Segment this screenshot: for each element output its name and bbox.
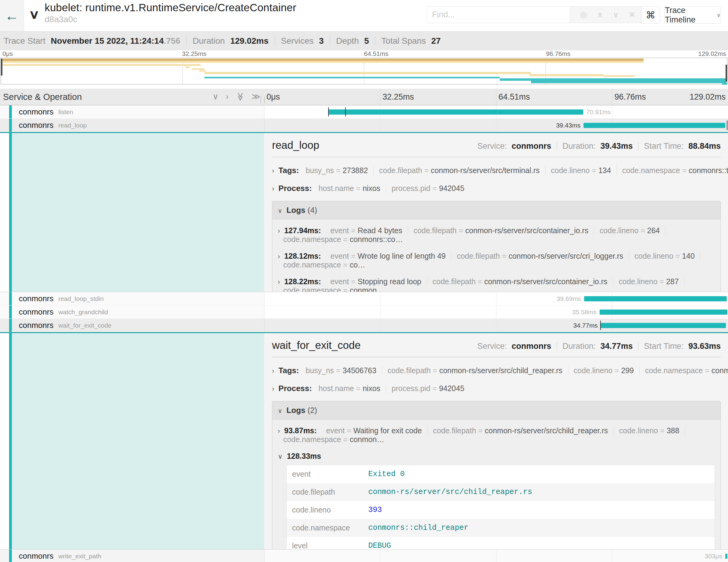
log-field-pill: code.filepath = conmon-rs/server/src/chi… [428,426,614,435]
next-match-icon[interactable]: ∨ [613,10,619,19]
timeline-tick-label: 96.76ms [614,92,646,102]
log-field-pill: event = Read 4 bytes [325,226,408,235]
span-row-listen[interactable]: conmonrslisten70.91ms [0,105,728,119]
chevron-right-icon: › [278,253,280,261]
column-resize-handle[interactable] [260,97,265,103]
span-timeline-cell[interactable]: 34.77ms [264,319,728,332]
span-duration-label: 39.43ms [556,122,581,129]
minimap-canvas[interactable] [1,58,727,84]
log-field-row: eventExited 0 [287,465,715,483]
meta-label: Duration: [563,141,598,151]
process-row[interactable]: ›Process:host.name = nixosprocess.pid = … [272,384,721,393]
view-selector-button[interactable]: Trace Timeline ∨ [665,6,721,24]
tag-pill: code.lineno = 299 [568,366,640,375]
span-row-watch_grandchild[interactable]: conmonrswatch_grandchild35.58ms [0,305,728,319]
span-detail-wait_for_exit_code: wait_for_exit_codeService: conmonrsDurat… [0,332,728,550]
span-duration-bar[interactable] [601,323,726,328]
collapse-all-icon[interactable]: ≫ [236,93,245,101]
trace-id: d8a3a0c [45,15,296,24]
span-name-cell[interactable]: conmonrslisten [0,105,264,118]
kv-key: host.name [318,184,354,192]
kv-key: event [330,226,349,235]
log-field-key: code.namespace [287,519,363,537]
process-label: Process: [278,384,312,393]
log-entry[interactable]: ›127.94ms: event = Read 4 bytescode.file… [272,220,720,245]
service-name: conmonrs [19,121,53,130]
span-duration-bar[interactable] [328,109,583,114]
kv-value: conmon… [350,435,384,444]
kv-value: 388 [667,426,679,435]
kv-key: code.namespace [622,166,680,175]
minimap-span-bar [722,83,727,85]
minimap-span-bar [1,61,644,63]
span-timeline-cell[interactable]: 39.69ms [264,292,728,305]
tag-pill: code.namespace = conmonrs::child_reap… [640,366,728,375]
kv-equals: = [422,166,431,175]
meta-value: 88.84ms [688,141,721,151]
process-row[interactable]: ›Process:host.name = nixosprocess.pid = … [272,184,721,193]
span-meta: Service: conmonrsDuration: 39.43msStart … [477,141,721,151]
process-pill: process.pid = 942045 [386,384,470,393]
log-entry[interactable]: ›128.22ms: event = Stopping read loopcod… [272,271,720,292]
minimap-left-scrubber[interactable] [1,59,2,76]
minimap-span-bar [500,78,727,81]
span-timeline-cell[interactable]: 39.43ms [264,119,728,132]
span-name: wait_for_exit_code [272,339,361,351]
log-entry[interactable]: ›128.12ms: event = Wrote log line of len… [272,245,720,271]
log-entry[interactable]: ∨128.33ms [272,445,720,462]
tags-row[interactable]: ›Tags:busy_ns = 34506763code.filepath = … [272,366,721,375]
kv-value: conmon… [350,286,384,292]
kv-equals: = [341,235,350,244]
kv-equals: = [673,252,682,260]
find-input[interactable] [427,6,570,23]
span-duration-bar[interactable] [600,309,727,315]
span-duration-bar[interactable] [583,123,725,128]
span-duration-bar[interactable] [584,296,727,301]
clear-find-icon[interactable]: ✕ [629,10,635,19]
span-boundary-tick [328,107,329,117]
meta-value: conmonrs [512,342,551,351]
span-name-cell[interactable]: conmonrsread_loop [0,119,264,132]
divider [557,142,557,151]
chevron-down-icon: ∨ [278,453,283,461]
keyboard-shortcuts-button[interactable]: ⌘ [641,6,660,24]
logs-header[interactable]: ∨Logs (2) [272,401,720,420]
span-name-cell[interactable]: conmonrswrite_exit_path [0,550,264,562]
expand-all-icon[interactable]: ≫ [252,92,260,101]
minimap-tick-label: 32.25ms [182,50,207,57]
summary-label: Services [281,36,316,46]
log-entry[interactable]: ›93.87ms: event = Waiting for exit codec… [272,420,720,445]
expand-one-icon[interactable]: › [226,92,229,101]
divider [272,157,721,157]
span-name-cell[interactable]: conmonrsread_loop_stdin [0,292,264,305]
span-timeline-cell[interactable]: 35.58ms [264,305,728,318]
span-row-wait_for_exit_code[interactable]: conmonrswait_for_exit_code34.77ms [0,319,728,332]
collapse-one-icon[interactable]: ∨ [213,92,219,101]
tags-row[interactable]: ›Tags:busy_ns = 273882code.filepath = co… [272,166,721,175]
operation-name: read_loop [58,122,87,129]
locate-match-icon[interactable]: ◎ [580,10,587,19]
prev-match-icon[interactable]: ∧ [597,10,603,19]
divider [186,36,187,46]
collapse-header-icon[interactable]: ∨ [29,7,40,21]
logs-section: ∨Logs (2)›93.87ms: event = Waiting for e… [272,401,721,549]
back-button[interactable]: ← [0,0,24,31]
kv-key: code.lineno [619,426,658,435]
span-row-read_loop_stdin[interactable]: conmonrsread_loop_stdin39.69ms [0,292,728,305]
span-timeline-cell[interactable]: 70.91ms [264,105,728,118]
span-row-write_exit_path[interactable]: conmonrswrite_exit_path303μs [0,550,728,562]
log-field-value: Exited 0 [363,465,715,483]
minimap-right-scrubber[interactable] [726,65,727,82]
timeline-gridline [380,305,380,318]
logs-header[interactable]: ∨Logs (4) [272,201,720,220]
summary-label: Depth [336,36,361,46]
log-field-value: DEBUG [363,537,715,549]
meta-label: Start Time: [644,342,686,351]
span-row-read_loop[interactable]: conmonrsread_loop39.43ms [0,119,728,132]
span-timeline-cell[interactable]: 303μs [264,550,728,562]
span-name-cell[interactable]: conmonrswatch_grandchild [0,305,264,318]
kv-key: code.lineno [600,226,638,235]
span-name-cell[interactable]: conmonrswait_for_exit_code [0,319,264,332]
kv-value: 942045 [439,184,464,192]
span-duration-bar[interactable] [725,553,727,559]
